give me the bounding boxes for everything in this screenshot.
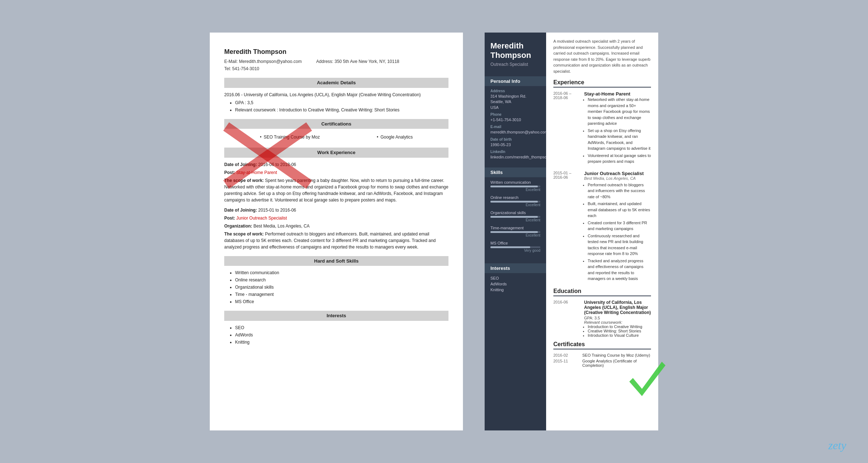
interest-2: AdWords: [235, 332, 448, 338]
right-resume: Meredith Thompson Outreach Specialist Pe…: [485, 33, 658, 430]
work-header: Work Experience: [224, 148, 448, 158]
cert-1: SEO Training Course by Moz: [260, 134, 320, 140]
edu-title: University of California, Los Angeles (U…: [584, 300, 651, 315]
cert1-name: SEO Training Course by Moz (Udemy): [582, 353, 650, 357]
summary: A motivated outreach specialist with 2 y…: [553, 38, 651, 74]
interest-3: Knitting: [235, 339, 448, 345]
email-value: Meredith.thompson@yahoo.com: [239, 59, 302, 64]
cert1-date: 2016-02: [553, 353, 582, 357]
certs-row: SEO Training Course by Moz Google Analyt…: [224, 132, 448, 142]
email-label: E-mail: [490, 125, 540, 129]
experience-title: Experience: [553, 79, 651, 88]
job2-date: Date of Joining: 2015-01 to 2016-06: [224, 207, 448, 213]
exp2-bullets: Performed outreach to bloggers and influ…: [588, 182, 651, 282]
exp2-content: Junior Outreach Specialist Best Media, L…: [584, 171, 651, 282]
edu-item-1: 2016-06 University of California, Los An…: [553, 300, 651, 341]
work-section: Work Experience Date of Joining: 2016-06…: [224, 148, 448, 250]
phone-value: +1-541-754-3010: [490, 117, 540, 123]
interests-list: SEO AdWords Knitting: [235, 324, 448, 345]
exp2-dates: 2015-01 –2016-06: [553, 171, 582, 179]
right-resume-wrapper: Meredith Thompson Outreach Specialist Pe…: [485, 33, 658, 430]
dob-value: 1990-05-23: [490, 142, 540, 148]
sidebar-job-title: Outreach Specialist: [490, 62, 540, 67]
job2-org: Organization: Best Media, Los Angeles, C…: [224, 223, 448, 229]
interests-header: Interests: [224, 311, 448, 321]
academic-gpa: GPA : 3,5: [235, 99, 448, 106]
left-contact: E-Mail: Meredith.thompson@yahoo.com Addr…: [224, 58, 448, 65]
skills-list: Written communication Online research Or…: [235, 269, 448, 305]
skill-3: Organizational skills: [235, 284, 448, 290]
personal-info-section: Personal Info Address 314 Washington Rd.…: [485, 73, 546, 164]
interest-1: SEO: [235, 324, 448, 331]
interest-sidebar-3: Knitting: [490, 288, 540, 292]
interests-sidebar-section: Interests SEO AdWords Knitting: [485, 260, 546, 297]
edu-coursework-list: Introduction to Creative Writing Creativ…: [588, 324, 651, 337]
left-email: E-Mail: Meredith.thompson@yahoo.com: [224, 58, 302, 65]
education-title: Education: [553, 288, 651, 296]
resume-sidebar: Meredith Thompson Outreach Specialist Pe…: [485, 33, 546, 430]
exp2-title: Junior Outreach Specialist: [584, 171, 651, 176]
zety-brand: zety: [828, 439, 846, 452]
edu-coursework-label: Relevant coursework:: [584, 320, 651, 324]
address-value: 350 5th Ave New York, NY, 10118: [335, 59, 399, 64]
sidebar-header: Meredith Thompson Outreach Specialist: [485, 33, 546, 73]
interest-sidebar-2: AdWords: [490, 282, 540, 286]
skill-bar-online: Online research Excellent: [490, 195, 540, 207]
job2-scope: The scope of work: Performed outreach to…: [224, 231, 448, 250]
skills-sidebar-section: Skills Written communication Excellent O…: [485, 164, 546, 260]
job1-date: Date of Joining: 2016-06 to 2018-06: [224, 161, 448, 168]
skills-section: Hard and Soft Skills Written communicati…: [224, 256, 448, 305]
job2-post: Post: Junior Outreach Specialist: [224, 215, 448, 221]
left-resume: Meredith Thompson E-Mail: Meredith.thomp…: [210, 33, 463, 430]
skill-bar-org: Organizational skills Excellent: [490, 211, 540, 222]
edu-content: University of California, Los Angeles (U…: [584, 300, 651, 337]
interest-sidebar-1: SEO: [490, 276, 540, 280]
cert-item-2: 2015-11 Google Analytics (Certificate of…: [553, 359, 651, 368]
exp-item-1: 2016-06 –2018-06 Stay-at-Home Parent Net…: [553, 91, 651, 166]
exp1-title: Stay-at-Home Parent: [584, 91, 651, 97]
address-label: Address:: [316, 59, 333, 64]
skill-bar-ms: MS Office Very good: [490, 241, 540, 252]
skill-4: Time - management: [235, 291, 448, 298]
skill-5: MS Office: [235, 298, 448, 305]
academic-entry: 2016.06 - University of California, Los …: [224, 92, 448, 98]
skill-2: Online research: [235, 277, 448, 283]
address-value: 314 Washington Rd. Seattle, WA USA: [490, 94, 540, 110]
address-label: Address: [490, 89, 540, 93]
left-address: Address: 350 5th Ave New York, NY, 10118: [316, 58, 399, 65]
skill-bar-time: Time-management Excellent: [490, 226, 540, 237]
skills-sidebar-title: Skills: [485, 167, 546, 177]
exp1-dates: 2016-06 –2018-06: [553, 91, 582, 100]
interests-sidebar-title: Interests: [485, 263, 546, 273]
exp-item-2: 2015-01 –2016-06 Junior Outreach Special…: [553, 171, 651, 283]
cert2-date: 2015-11: [553, 359, 582, 368]
left-name: Meredith Thompson: [224, 47, 448, 57]
academic-coursework: Relevant coursework : Introduction to Cr…: [235, 107, 448, 113]
job1-post: Post: Stay-at-Home Parent: [224, 169, 448, 176]
certifications-header: Certifications: [224, 119, 448, 129]
dob-label: Date of birth: [490, 137, 540, 141]
edu-dates: 2016-06: [553, 300, 582, 304]
skill-1: Written communication: [235, 269, 448, 276]
interests-section: Interests SEO AdWords Knitting: [224, 311, 448, 345]
right-main-content: A motivated outreach specialist with 2 y…: [546, 33, 658, 430]
academic-header: Academic Details: [224, 78, 448, 88]
cert-2: Google Analytics: [377, 134, 413, 140]
certifications-section: Certifications SEO Training Course by Mo…: [224, 119, 448, 142]
certificates-title: Certificates: [553, 341, 651, 349]
email-value: meredith.thompson@yahoo.com: [490, 129, 540, 135]
email-label: E-Mail:: [224, 59, 238, 64]
linkedin-label: LinkedIn: [490, 150, 540, 154]
skill-bar-written: Written communication Excellent: [490, 180, 540, 192]
job1-scope: The scope of work: Spent two years paren…: [224, 177, 448, 203]
left-tel: Tel: 541-754-3010: [224, 65, 448, 72]
edu-gpa: GPA: 3.5: [584, 316, 651, 320]
cert2-name: Google Analytics (Certificate of Complet…: [582, 359, 651, 368]
exp2-company: Best Media, Los Angeles, CA: [584, 176, 651, 180]
academic-section: Academic Details 2016.06 - University of…: [224, 78, 448, 113]
sidebar-name: Meredith Thompson: [490, 41, 540, 60]
cert-item-1: 2016-02 SEO Training Course by Moz (Udem…: [553, 353, 651, 357]
phone-label: Phone: [490, 112, 540, 116]
skills-header: Hard and Soft Skills: [224, 256, 448, 266]
exp1-content: Stay-at-Home Parent Networked with other…: [584, 91, 651, 165]
